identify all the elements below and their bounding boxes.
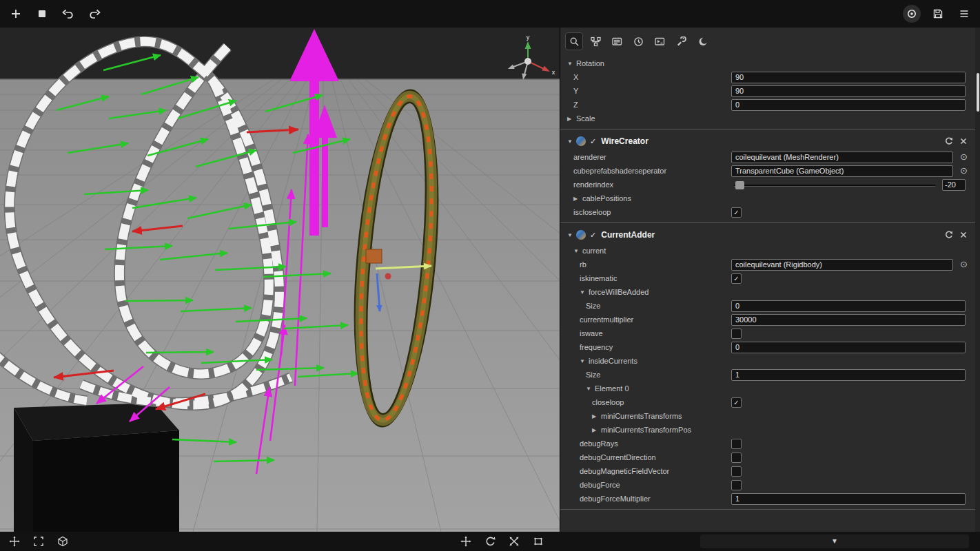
property-label: Size	[586, 302, 600, 310]
rect-tool-icon[interactable]	[529, 532, 547, 550]
scale-tool-icon[interactable]	[505, 532, 523, 550]
inspector-row: iskinematic✓	[560, 271, 975, 285]
checkbox[interactable]	[731, 329, 742, 339]
slider-track[interactable]	[734, 185, 935, 187]
card-icon[interactable]	[608, 32, 626, 50]
property-label: renderindex	[573, 180, 613, 189]
foldout-closed-icon[interactable]: ▶	[592, 413, 598, 419]
value-field[interactable]: 0	[731, 300, 966, 312]
foldout-closed-icon[interactable]: ▶	[567, 116, 573, 122]
axis-center-sphere[interactable]	[524, 58, 531, 65]
gizmo-center-dot[interactable]	[385, 273, 391, 280]
wrench-icon[interactable]	[672, 32, 690, 50]
value-field[interactable]: 0	[731, 342, 966, 353]
layer-dropdown[interactable]: ▼	[700, 534, 969, 548]
foldout-open-icon[interactable]: ▼	[580, 358, 586, 364]
foldout-open-icon[interactable]: ▼	[567, 61, 573, 67]
inspector-row: closeloop✓	[560, 395, 975, 409]
console-icon[interactable]	[651, 32, 668, 50]
scrollbar-thumb[interactable]	[977, 73, 979, 112]
slider-handle[interactable]	[735, 181, 744, 189]
inspector-row: Size0	[560, 299, 975, 313]
foldout-open-icon[interactable]: ▼	[567, 232, 573, 238]
undo-icon[interactable]	[59, 5, 77, 23]
inspector-rows: ▼RotationX90Y90Z0▶Scale▼✓WireCreatoraren…	[560, 56, 975, 532]
clock-icon[interactable]	[629, 32, 647, 50]
object-picker-icon[interactable]: ⊙	[960, 164, 968, 178]
rotate-tool-icon[interactable]	[481, 532, 499, 550]
object-reference-field[interactable]: coilequilevant (Rigidbody)	[731, 259, 953, 271]
property-label: iswave	[580, 329, 603, 337]
cube-icon[interactable]	[54, 532, 72, 550]
topbar-right-group	[903, 5, 973, 23]
checkbox[interactable]	[731, 466, 742, 477]
foldout-open-icon[interactable]: ▼	[586, 386, 592, 392]
object-reference-field[interactable]: TransparentCube (GameObject)	[731, 165, 953, 177]
move-tool-icon[interactable]	[457, 532, 475, 550]
slider-value-field[interactable]: -20	[942, 179, 966, 191]
scene-viewport[interactable]: y x	[0, 28, 560, 532]
reset-icon[interactable]	[944, 137, 952, 145]
checkbox[interactable]: ✓	[731, 273, 742, 284]
hierarchy-icon[interactable]	[586, 32, 604, 50]
checkbox[interactable]	[731, 439, 742, 449]
save-icon[interactable]	[929, 5, 947, 23]
remove-icon[interactable]	[960, 138, 967, 145]
foldout-open-icon[interactable]: ▼	[580, 289, 586, 295]
value-field[interactable]: 1	[731, 369, 966, 381]
object-picker-icon[interactable]: ⊙	[960, 258, 968, 271]
inspector-panel: ▼RotationX90Y90Z0▶Scale▼✓WireCreatoraren…	[560, 28, 980, 532]
property-label: arenderer	[573, 153, 606, 161]
property-label: cablePositions	[582, 194, 631, 202]
property-label: Size	[586, 371, 600, 379]
checkbox[interactable]	[731, 480, 742, 490]
top-toolbar	[0, 0, 980, 28]
record-icon[interactable]	[903, 5, 921, 23]
inspector-row: ▼current	[560, 244, 975, 258]
checkbox[interactable]: ✓	[731, 207, 742, 218]
component-enabled-checkbox[interactable]: ✓	[590, 137, 596, 146]
checkbox[interactable]	[731, 453, 742, 463]
search-icon[interactable]	[565, 32, 583, 50]
value-field[interactable]: 1	[731, 493, 966, 505]
reset-icon[interactable]	[944, 231, 952, 239]
bottom-toolbar: ▼	[0, 532, 980, 551]
checkbox[interactable]: ✓	[731, 397, 742, 408]
inspector-row: rbcoilequilevant (Rigidbody)⊙	[560, 258, 975, 271]
inspector-scrollbar	[975, 28, 980, 532]
object-reference-field[interactable]: coilequilevant (MeshRenderer)	[731, 152, 953, 163]
property-label: debugForceMultiplier	[580, 495, 651, 503]
component-enabled-checkbox[interactable]: ✓	[590, 231, 596, 240]
dark-box-object[interactable]	[14, 403, 179, 532]
stop-icon[interactable]	[33, 5, 51, 23]
inspector-row: frequency0	[560, 340, 975, 354]
moon-icon[interactable]	[693, 32, 711, 50]
tool-group	[457, 532, 547, 551]
scene-canvas[interactable]: y x	[0, 28, 560, 532]
gizmo-cube-handle[interactable]	[366, 249, 382, 263]
foldout-closed-icon[interactable]: ▶	[592, 427, 598, 433]
value-field[interactable]: 90	[731, 72, 966, 83]
inspector-row: cubeprefabshaderseperatorTransparentCube…	[560, 164, 975, 178]
add-icon[interactable]	[7, 5, 25, 23]
value-field[interactable]: 0	[731, 99, 966, 111]
expand-icon[interactable]	[30, 532, 48, 550]
property-label: debugForce	[580, 481, 620, 489]
foldout-open-icon[interactable]: ▼	[567, 138, 573, 145]
redo-icon[interactable]	[85, 5, 103, 23]
component-header-wirecreator: ▼✓WireCreator	[560, 132, 975, 150]
inspector-row: iscloseloop✓	[560, 205, 975, 219]
editor-window: y x	[0, 0, 980, 551]
property-label: X	[573, 73, 578, 81]
remove-icon[interactable]	[960, 231, 967, 238]
pan-view-icon[interactable]	[6, 532, 23, 550]
property-label: Rotation	[576, 59, 604, 67]
object-picker-icon[interactable]: ⊙	[960, 150, 968, 164]
axis-x-label: x	[552, 69, 555, 76]
value-field[interactable]: 30000	[731, 314, 966, 326]
value-field[interactable]: 90	[731, 85, 966, 97]
script-icon	[576, 136, 586, 146]
menu-icon[interactable]	[955, 5, 973, 23]
foldout-closed-icon[interactable]: ▶	[573, 196, 580, 202]
foldout-open-icon[interactable]: ▼	[573, 248, 580, 254]
